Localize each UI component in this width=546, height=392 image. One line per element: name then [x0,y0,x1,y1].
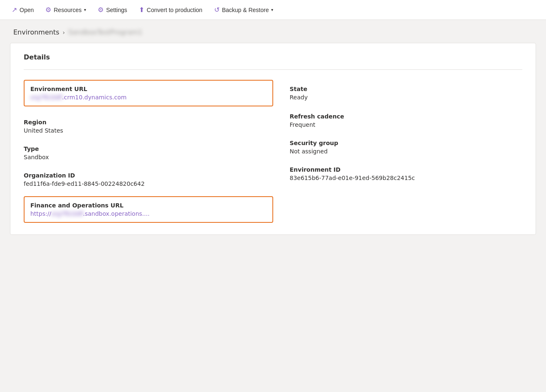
open-button[interactable]: ↗ Open [7,2,39,17]
breadcrumb: Environments › SandboxTestProgram1 [0,20,546,43]
backup-chevron-icon: ▾ [271,7,273,12]
section-title: Details [24,53,522,61]
settings-button[interactable]: ⚙ Settings [93,2,132,17]
backup-restore-button[interactable]: ↺ Backup & Restore ▾ [209,2,279,17]
fo-url-label: Finance and Operations URL [30,202,267,209]
divider [24,69,522,70]
open-icon: ↗ [12,6,17,14]
resources-chevron-icon: ▾ [84,7,86,12]
breadcrumb-current: SandboxTestProgram1 [68,28,142,36]
env-id-value: 83e615b6-77ad-e01e-91ed-569b28c2415c [290,175,523,181]
region-item: Region United States [24,113,273,140]
details-grid: Environment URL org7fb1b8f.crm10.dynamic… [24,80,522,224]
region-value: United States [24,127,273,134]
security-group-value: Not assigned [290,148,523,155]
security-group-item: Security group Not assigned [290,134,523,160]
refresh-cadence-label: Refresh cadence [290,113,523,120]
resources-button[interactable]: ⚙ Resources ▾ [40,2,91,17]
convert-to-production-button[interactable]: ⬆ Convert to production [134,2,208,17]
type-item: Type Sandbox [24,140,273,166]
resources-icon: ⚙ [45,6,51,14]
type-label: Type [24,145,273,152]
breadcrumb-separator: › [63,29,65,36]
fo-url-blurred: org7fb1b8f [51,210,83,217]
region-label: Region [24,119,273,126]
security-group-label: Security group [290,140,523,146]
breadcrumb-environments-link[interactable]: Environments [13,28,59,36]
fo-url-item: Finance and Operations URL https://org7f… [24,196,273,223]
environment-url-label: Environment URL [30,86,267,92]
state-value: Ready [290,94,523,101]
environment-url-value: org7fb1b8f.crm10.dynamics.com [30,94,267,101]
toolbar: ↗ Open ⚙ Resources ▾ ⚙ Settings ⬆ Conver… [0,0,546,20]
state-label: State [290,86,523,92]
details-card: Details Environment URL org7fb1b8f.crm10… [10,43,536,235]
org-id-label: Organization ID [24,172,273,179]
convert-icon: ⬆ [139,6,144,14]
org-id-value: fed11f6a-fde9-ed11-8845-00224820c642 [24,180,273,187]
refresh-cadence-item: Refresh cadence Frequent [290,107,523,134]
env-id-item: Environment ID 83e615b6-77ad-e01e-91ed-5… [290,160,523,187]
type-value: Sandbox [24,154,273,160]
env-id-label: Environment ID [290,166,523,173]
fo-url-value: https://org7fb1b8f.sandbox.operations...… [30,210,267,217]
backup-icon: ↺ [214,6,220,14]
right-column: State Ready Refresh cadence Frequent Sec… [273,80,523,224]
environment-url-item: Environment URL org7fb1b8f.crm10.dynamic… [24,80,273,106]
refresh-cadence-value: Frequent [290,121,523,128]
environment-url-blurred: org7fb1b8f [30,94,62,101]
left-column: Environment URL org7fb1b8f.crm10.dynamic… [24,80,273,224]
org-id-item: Organization ID fed11f6a-fde9-ed11-8845-… [24,166,273,193]
settings-icon: ⚙ [98,6,104,14]
